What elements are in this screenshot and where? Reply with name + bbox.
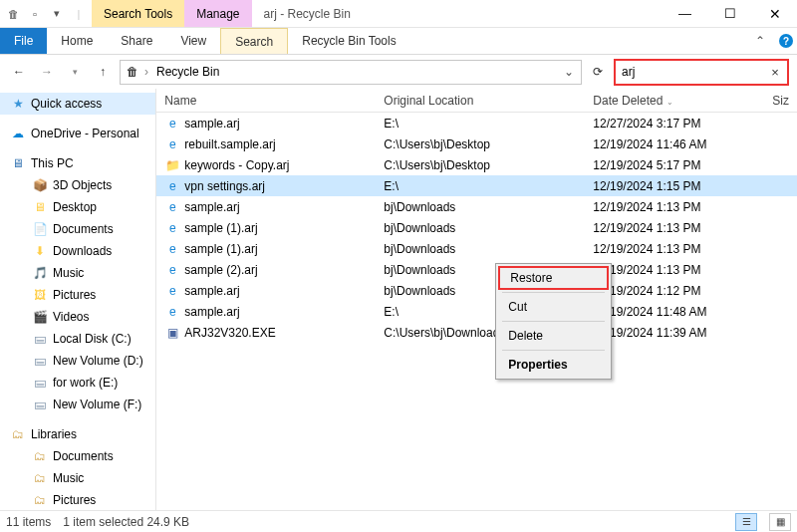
clear-search-icon[interactable]: × [767, 65, 783, 80]
address-dropdown-icon[interactable]: ⌄ [561, 65, 577, 79]
file-list[interactable]: esample.arjE:\12/27/2024 3:17 PMerebuilt… [156, 113, 797, 343]
sidebar-item-label: Quick access [31, 97, 102, 111]
sidebar-item[interactable]: 🎬Videos [0, 306, 155, 328]
address-bar: ← → ▾ ↑ 🗑 › Recycle Bin ⌄ ⟳ arj × [0, 55, 797, 89]
column-original-location[interactable]: Original Location [376, 94, 585, 108]
file-row[interactable]: evpn settings.arjE:\12/19/2024 1:15 PM [156, 175, 797, 196]
qat-dropdown-icon[interactable]: ▾ [48, 5, 66, 23]
context-tab-manage[interactable]: Manage [184, 0, 251, 27]
minimize-button[interactable]: — [663, 0, 707, 27]
sidebar-item-label: New Volume (D:) [53, 354, 143, 368]
search-query[interactable]: arj [620, 65, 767, 79]
file-row[interactable]: esample.arj bj\Downloads12/19/2024 1:12 … [156, 280, 797, 301]
quick-access-toolbar: 🗑 ▫ ▾ | [0, 0, 92, 27]
drive-icon: 🖴 [32, 331, 48, 347]
file-row[interactable]: erebuilt.sample.arjC:\Users\bj\Desktop12… [156, 133, 797, 154]
sidebar-libraries[interactable]: 🗂 Libraries [0, 423, 155, 445]
sidebar-item[interactable]: 🗂Documents [0, 445, 155, 467]
qat-item[interactable]: ▫ [26, 5, 44, 23]
file-row[interactable]: esample.arjE:\12/19/2024 11:48 AM [156, 301, 797, 322]
context-menu-cut[interactable]: Cut [498, 295, 609, 319]
ie-file-icon: e [164, 116, 180, 132]
sidebar-onedrive[interactable]: ☁ OneDrive - Personal [0, 123, 155, 144]
sidebar-item[interactable]: 🖴for work (E:) [0, 372, 155, 394]
location-icon: 🗑 [125, 64, 140, 80]
file-tab[interactable]: File [0, 28, 47, 54]
sidebar-item[interactable]: 🎵Music [0, 262, 155, 284]
location-text[interactable]: Recycle Bin [152, 65, 557, 79]
doc-icon: 📄 [32, 221, 48, 237]
file-original-location: bj\Downloads [376, 200, 585, 214]
search-box[interactable]: arj × [614, 59, 789, 86]
file-row[interactable]: esample.arj bj\Downloads12/19/2024 1:13 … [156, 196, 797, 217]
column-size[interactable]: Siz [764, 94, 797, 108]
share-tab[interactable]: Share [107, 28, 166, 54]
context-menu: Restore Cut Delete Properties [495, 263, 612, 380]
file-original-location: bj\Downloads [376, 221, 585, 235]
file-list-pane: Name Original Location Date Deleted ⌄ Si… [156, 89, 797, 510]
thumbnails-view-button[interactable]: ▦ [769, 513, 791, 531]
ie-file-icon: e [164, 199, 180, 215]
title-bar: 🗑 ▫ ▾ | Search Tools Manage arj - Recycl… [0, 0, 797, 28]
recycle-bin-tools-tab[interactable]: Recycle Bin Tools [288, 28, 410, 54]
context-menu-delete[interactable]: Delete [498, 324, 609, 348]
file-row[interactable]: 📁keywords - Copy.arjC:\Users\bj\Desktop1… [156, 154, 797, 175]
collapse-ribbon-button[interactable]: ⌃ [745, 28, 775, 54]
vid-icon: 🎬 [32, 309, 48, 325]
view-tab[interactable]: View [166, 28, 220, 54]
column-headers[interactable]: Name Original Location Date Deleted ⌄ Si… [156, 89, 797, 113]
file-row[interactable]: esample.arjE:\12/27/2024 3:17 PM [156, 113, 797, 133]
ie-file-icon: e [164, 220, 180, 236]
sidebar-item[interactable]: 🖼Pictures [0, 284, 155, 306]
file-row[interactable]: esample (2).arj bj\Downloads12/19/2024 1… [156, 259, 797, 280]
sidebar-item[interactable]: 🗂Pictures [0, 489, 155, 510]
sidebar-item-label: Documents [53, 449, 114, 463]
exe-file-icon: ▣ [164, 325, 180, 341]
sidebar-item[interactable]: 📄Documents [0, 218, 155, 240]
search-tab[interactable]: Search [220, 28, 288, 54]
context-menu-properties[interactable]: Properties [498, 353, 609, 377]
sidebar-item-label: Pictures [53, 288, 96, 302]
file-original-location: E:\ [376, 179, 585, 193]
file-date-deleted: 12/19/2024 1:13 PM [585, 242, 764, 256]
file-row[interactable]: esample (1).arj bj\Downloads12/19/2024 1… [156, 238, 797, 259]
sidebar-item[interactable]: 🖴New Volume (F:) [0, 394, 155, 415]
context-tab-search-tools[interactable]: Search Tools [92, 0, 184, 27]
file-row[interactable]: ▣ARJ32V320.EXEC:\Users\bj\Downloads12/19… [156, 322, 797, 343]
help-button[interactable]: ? [775, 28, 797, 54]
context-menu-restore[interactable]: Restore [498, 266, 609, 290]
close-button[interactable]: ✕ [752, 0, 797, 27]
ie-file-icon: e [164, 178, 180, 194]
maximize-button[interactable]: ☐ [707, 0, 752, 27]
details-view-button[interactable]: ☰ [735, 513, 757, 531]
sidebar-item[interactable]: 🖥Desktop [0, 196, 155, 218]
home-tab[interactable]: Home [47, 28, 107, 54]
sidebar-item[interactable]: 🖴New Volume (D:) [0, 350, 155, 372]
file-date-deleted: 12/27/2024 3:17 PM [585, 117, 764, 131]
file-row[interactable]: esample (1).arj bj\Downloads12/19/2024 1… [156, 217, 797, 238]
context-menu-separator [502, 350, 605, 351]
sidebar-item[interactable]: 📦3D Objects [0, 174, 155, 196]
file-name: keywords - Copy.arj [184, 158, 289, 172]
sidebar-item[interactable]: 🖴Local Disk (C:) [0, 328, 155, 350]
recent-locations-button[interactable]: ▾ [64, 61, 86, 83]
up-button[interactable]: ↑ [92, 61, 114, 83]
forward-button[interactable]: → [36, 61, 58, 83]
back-button[interactable]: ← [8, 61, 30, 83]
file-name: sample (2).arj [184, 263, 257, 277]
sidebar-item[interactable]: 🗂Music [0, 467, 155, 489]
column-name[interactable]: Name [156, 94, 376, 108]
refresh-button[interactable]: ⟳ [588, 62, 608, 82]
quick-access-icon: ★ [10, 96, 26, 112]
sidebar-quick-access[interactable]: ★ Quick access [0, 93, 155, 115]
column-date-deleted[interactable]: Date Deleted ⌄ [585, 94, 764, 108]
sidebar-item[interactable]: ⬇Downloads [0, 240, 155, 262]
breadcrumb[interactable]: 🗑 › Recycle Bin ⌄ [120, 60, 582, 85]
file-name: sample.arj [184, 305, 239, 319]
sidebar-item-label: Desktop [53, 200, 97, 214]
down-icon: ⬇ [32, 243, 48, 259]
sidebar-item-label: Pictures [53, 493, 96, 507]
sidebar-this-pc[interactable]: 🖥 This PC [0, 152, 155, 174]
file-date-deleted: 12/19/2024 1:15 PM [585, 179, 764, 193]
chevron-right-icon[interactable]: › [144, 65, 148, 79]
